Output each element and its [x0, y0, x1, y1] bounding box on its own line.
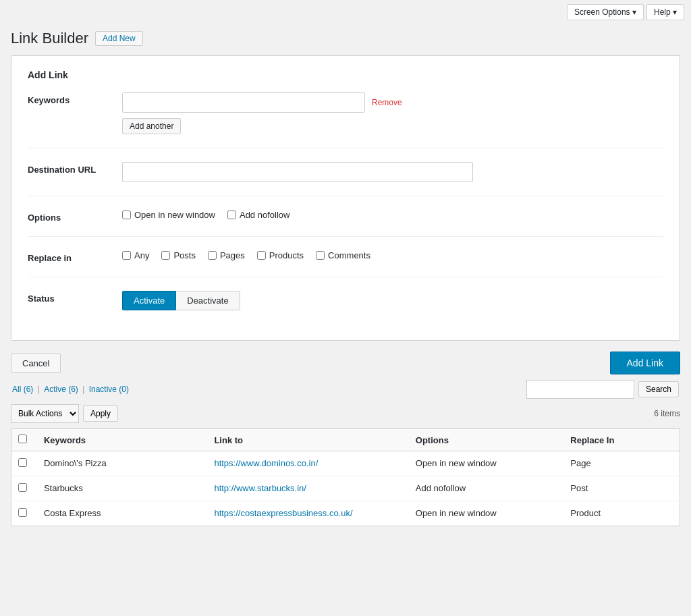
- col-keywords-header: Keywords: [37, 429, 207, 451]
- table-row: Domino\'s Pizza https://www.dominos.co.i…: [11, 451, 680, 476]
- select-all-checkbox[interactable]: [18, 435, 27, 443]
- row-linkto-cell: https://www.dominos.co.in/: [207, 451, 408, 476]
- replace-in-pages[interactable]: Pages: [208, 250, 245, 260]
- destination-url-row: Destination URL: [28, 162, 663, 196]
- destination-url-label: Destination URL: [28, 162, 122, 175]
- row-linkto-cell: http://www.starbucks.in/: [207, 476, 408, 501]
- row-checkbox-0[interactable]: [18, 458, 27, 467]
- main-content: Add Link Keywords Remove Add another Des…: [0, 55, 691, 526]
- add-nofollow-label: Add nofollow: [240, 210, 289, 220]
- add-another-button[interactable]: Add another: [122, 118, 181, 134]
- keywords-label: Keywords: [28, 92, 122, 105]
- table-row: Starbucks http://www.starbucks.in/ Add n…: [11, 476, 680, 501]
- destination-url-field: [122, 162, 663, 182]
- replace-in-field: Any Posts Pages Products: [122, 250, 663, 260]
- replace-in-comments[interactable]: Comments: [316, 250, 370, 260]
- cancel-button[interactable]: Cancel: [11, 354, 61, 373]
- row-keywords-cell: Domino\'s Pizza: [37, 451, 207, 476]
- options-row: Options Open in new window Add nofollow: [28, 210, 663, 237]
- replace-in-checkboxes: Any Posts Pages Products: [122, 250, 663, 260]
- deactivate-button[interactable]: Deactivate: [176, 291, 240, 310]
- bulk-bar: Bulk Actions Apply 6 items: [11, 404, 680, 423]
- col-options-header: Options: [409, 429, 564, 451]
- row-keywords-cell: Costa Express: [37, 501, 207, 526]
- add-link-button[interactable]: Add Link: [610, 352, 680, 374]
- bulk-actions-select[interactable]: Bulk Actions: [11, 404, 79, 423]
- filter-inactive-link[interactable]: Inactive (0): [89, 385, 129, 394]
- col-linkto-header: Link to: [207, 429, 408, 451]
- options-label: Options: [28, 210, 122, 223]
- col-replacein-header: Replace In: [563, 429, 680, 451]
- add-link-title: Add Link: [28, 69, 663, 80]
- add-nofollow-checkbox[interactable]: [227, 211, 236, 219]
- keywords-input[interactable]: [122, 92, 365, 113]
- destination-url-input[interactable]: [122, 162, 473, 182]
- row-checkbox-1[interactable]: [18, 483, 27, 492]
- page-title: Link Builder: [11, 30, 88, 47]
- row-keywords-cell: Starbucks: [37, 476, 207, 501]
- row-checkbox-2[interactable]: [18, 508, 27, 517]
- table-body: Domino\'s Pizza https://www.dominos.co.i…: [11, 451, 680, 526]
- row-options-cell: Open in new window: [409, 501, 564, 526]
- row-options-cell: Open in new window: [409, 451, 564, 476]
- keywords-row: Keywords Remove Add another: [28, 92, 663, 148]
- replace-in-products[interactable]: Products: [257, 250, 304, 260]
- filter-bar: All (6) | Active (6) | Inactive (0) Sear…: [11, 380, 680, 399]
- add-nofollow-option[interactable]: Add nofollow: [227, 210, 289, 220]
- table-header-row: Keywords Link to Options Replace In: [11, 429, 680, 451]
- replace-in-products-checkbox[interactable]: [257, 251, 266, 260]
- status-buttons: Activate Deactivate: [122, 291, 663, 310]
- row-check-cell: [11, 501, 37, 526]
- search-button[interactable]: Search: [638, 381, 679, 397]
- remove-keyword-link[interactable]: Remove: [372, 98, 402, 107]
- search-area: Search: [526, 380, 679, 399]
- row-linkto-cell: https://costaexpressbusiness.co.uk/: [207, 501, 408, 526]
- help-button[interactable]: Help ▾: [646, 4, 684, 20]
- activate-button[interactable]: Activate: [122, 291, 176, 310]
- status-label: Status: [28, 291, 122, 304]
- add-link-card: Add Link Keywords Remove Add another Des…: [11, 55, 680, 341]
- page-header: Link Builder Add New: [0, 24, 691, 55]
- filter-all-link[interactable]: All (6): [12, 385, 33, 394]
- top-bar: Screen Options ▾ Help ▾: [0, 0, 691, 24]
- status-field: Activate Deactivate: [122, 291, 663, 310]
- row-check-cell: [11, 476, 37, 501]
- replace-in-posts-checkbox[interactable]: [161, 251, 170, 260]
- open-new-window-checkbox[interactable]: [122, 211, 131, 219]
- row-replacein-cell: Post: [563, 476, 680, 501]
- options-field: Open in new window Add nofollow: [122, 210, 663, 220]
- search-input[interactable]: [526, 380, 634, 399]
- add-new-button[interactable]: Add New: [95, 31, 143, 46]
- table-row: Costa Express https://costaexpressbusine…: [11, 501, 680, 526]
- filter-links: All (6) | Active (6) | Inactive (0): [12, 385, 129, 394]
- separator-1: |: [38, 385, 42, 394]
- replace-in-label: Replace in: [28, 250, 122, 263]
- separator-2: |: [82, 385, 86, 394]
- row-replacein-cell: Page: [563, 451, 680, 476]
- col-check-header: [11, 429, 37, 451]
- replace-in-row: Replace in Any Posts Pages: [28, 250, 663, 277]
- replace-in-pages-checkbox[interactable]: [208, 251, 217, 260]
- form-actions: Cancel Add Link: [11, 352, 680, 374]
- row-check-cell: [11, 451, 37, 476]
- status-row: Status Activate Deactivate: [28, 291, 663, 324]
- table-head: Keywords Link to Options Replace In: [11, 429, 680, 451]
- row-link-0[interactable]: https://www.dominos.co.in/: [214, 458, 318, 468]
- row-replacein-cell: Product: [563, 501, 680, 526]
- links-table: Keywords Link to Options Replace In Domi…: [11, 428, 680, 526]
- filter-active-link[interactable]: Active (6): [44, 385, 78, 394]
- replace-in-posts[interactable]: Posts: [161, 250, 196, 260]
- replace-in-any-checkbox[interactable]: [122, 251, 131, 260]
- row-link-1[interactable]: http://www.starbucks.in/: [214, 483, 306, 493]
- keyword-input-row: Remove: [122, 92, 663, 113]
- options-checkboxes: Open in new window Add nofollow: [122, 210, 663, 220]
- apply-button[interactable]: Apply: [83, 405, 118, 422]
- open-new-window-label: Open in new window: [134, 210, 215, 220]
- open-new-window-option[interactable]: Open in new window: [122, 210, 215, 220]
- replace-in-comments-checkbox[interactable]: [316, 251, 325, 260]
- replace-in-any[interactable]: Any: [122, 250, 149, 260]
- screen-options-button[interactable]: Screen Options ▾: [567, 4, 644, 20]
- row-link-2[interactable]: https://costaexpressbusiness.co.uk/: [214, 508, 352, 518]
- keywords-field: Remove Add another: [122, 92, 663, 134]
- table-section: All (6) | Active (6) | Inactive (0) Sear…: [11, 380, 680, 526]
